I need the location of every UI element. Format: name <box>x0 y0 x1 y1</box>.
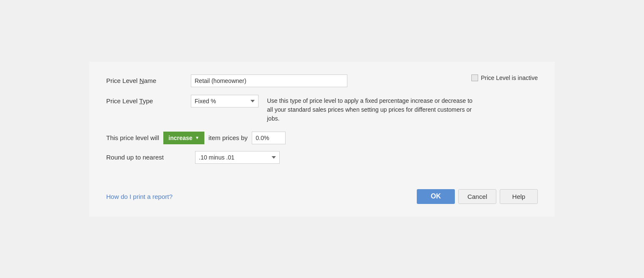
round-up-select[interactable]: .10 minus .01 No Rounding .01 .05 .10 .5… <box>195 151 280 164</box>
type-select-wrapper: Fixed % Per Item <box>191 95 259 107</box>
inactive-area: Price Level is inactive <box>471 74 538 81</box>
footer: How do I print a report? OK Cancel Help <box>106 189 538 204</box>
round-up-label: Round up to nearest <box>106 154 191 161</box>
price-level-name-input[interactable] <box>191 74 347 87</box>
price-level-section: This price level will increase ▼ item pr… <box>106 132 538 164</box>
cancel-button[interactable]: Cancel <box>458 189 496 204</box>
price-level-name-label: Price Level Name <box>106 74 191 84</box>
increase-dropdown-button[interactable]: increase ▼ <box>163 132 204 144</box>
round-up-row: Round up to nearest .10 minus .01 No Rou… <box>106 151 538 164</box>
price-level-type-row: Price Level Type Fixed % Per Item Use th… <box>106 95 538 123</box>
button-group: OK Cancel Help <box>417 189 538 204</box>
increase-label: increase <box>168 135 193 141</box>
price-level-type-select[interactable]: Fixed % Per Item <box>191 95 259 107</box>
inactive-checkbox[interactable] <box>471 74 478 81</box>
print-report-link[interactable]: How do I print a report? <box>106 193 173 200</box>
item-prices-by-text: item prices by <box>209 134 248 141</box>
inactive-label: Price Level is inactive <box>481 74 538 81</box>
price-level-will-text: This price level will <box>106 134 159 141</box>
price-level-will-row: This price level will increase ▼ item pr… <box>106 132 538 144</box>
price-level-dialog: Price Level is inactive Price Level Name… <box>89 62 555 217</box>
type-description: Use this type of price level to apply a … <box>267 95 479 123</box>
help-button[interactable]: Help <box>500 189 538 204</box>
increase-dropdown-arrow-icon: ▼ <box>195 135 199 140</box>
percent-input[interactable] <box>252 132 286 144</box>
price-level-type-label: Price Level Type <box>106 95 191 105</box>
ok-button[interactable]: OK <box>417 189 455 204</box>
